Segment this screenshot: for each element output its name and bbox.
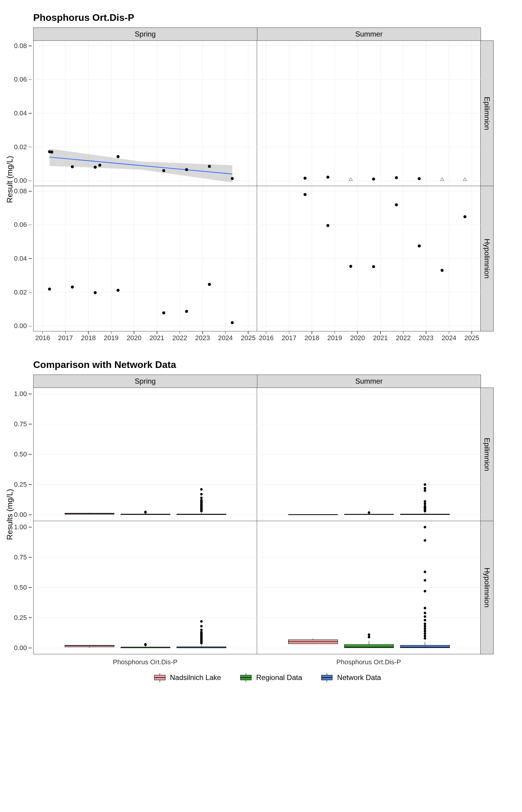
svg-point-214 [424, 612, 426, 614]
svg-point-138 [368, 511, 370, 514]
svg-point-92 [463, 216, 466, 218]
svg-point-150 [424, 500, 426, 503]
svg-point-22 [117, 155, 120, 158]
svg-point-88 [372, 265, 375, 268]
svg-point-208 [424, 630, 426, 632]
svg-point-121 [200, 499, 203, 502]
svg-point-217 [424, 579, 426, 582]
svg-point-69 [231, 321, 234, 324]
bottom-chart-title: Comparison with Network Data [33, 359, 501, 370]
svg-point-218 [424, 571, 426, 573]
svg-point-215 [424, 607, 426, 609]
svg-point-213 [424, 615, 426, 618]
panel [257, 40, 481, 186]
panel: 0.000.250.500.751.00Phosphorus Ort.Dis-P [33, 521, 257, 654]
panel [257, 388, 481, 521]
col-strip: Spring [33, 374, 257, 388]
svg-point-21 [98, 164, 101, 167]
legend-key-icon [153, 672, 166, 683]
svg-point-66 [162, 311, 165, 314]
col-strip: Summer [257, 374, 481, 388]
svg-point-65 [117, 289, 120, 292]
legend-label: Regional Data [256, 673, 302, 682]
col-strip: Spring [33, 27, 257, 40]
svg-point-200 [368, 633, 370, 636]
svg-point-64 [94, 291, 97, 294]
svg-point-67 [185, 310, 188, 313]
svg-point-107 [144, 511, 146, 513]
x-category-label: Phosphorus Ort.Dis-P [34, 654, 257, 666]
svg-point-25 [208, 165, 211, 168]
svg-point-149 [424, 503, 426, 505]
svg-point-209 [424, 627, 426, 630]
svg-point-122 [200, 496, 203, 499]
svg-point-182 [200, 631, 203, 633]
svg-point-207 [424, 632, 426, 635]
svg-point-210 [424, 625, 426, 627]
svg-point-124 [200, 488, 203, 491]
svg-point-183 [200, 629, 203, 631]
top-chart-title: Phosphorus Ort.Dis-P [33, 12, 501, 23]
col-strip: Summer [257, 27, 481, 40]
svg-point-89 [395, 203, 398, 206]
legend-key-icon [320, 672, 334, 683]
svg-point-153 [424, 483, 426, 486]
svg-point-23 [162, 169, 165, 172]
svg-point-219 [424, 539, 426, 542]
svg-point-205 [424, 637, 426, 640]
bottom-facet-grid: Results (mg/L) SpringSummer0.000.250.500… [33, 374, 494, 654]
legend-item: Regional Data [239, 672, 302, 683]
svg-point-86 [326, 224, 329, 227]
row-strip: Epilimnion [481, 388, 494, 521]
legend-item: Nadsilnich Lake [153, 672, 221, 683]
svg-point-91 [440, 269, 443, 272]
svg-point-45 [395, 176, 398, 179]
svg-point-184 [200, 625, 203, 627]
svg-point-20 [94, 166, 97, 169]
svg-point-152 [424, 487, 426, 489]
svg-point-216 [424, 590, 426, 592]
panel: 0.000.020.040.060.0820162017201820192020… [33, 186, 257, 331]
x-category-label: Phosphorus Ort.Dis-P [257, 654, 480, 666]
svg-point-63 [71, 285, 74, 288]
legend-label: Network Data [337, 673, 381, 682]
svg-point-199 [368, 636, 370, 638]
svg-point-148 [424, 505, 426, 508]
svg-point-44 [372, 178, 375, 181]
panel: 0.000.250.500.751.00 [33, 388, 257, 521]
svg-point-185 [200, 620, 203, 623]
svg-point-206 [424, 635, 426, 637]
svg-point-18 [50, 150, 53, 154]
row-strip: Epilimnion [481, 40, 494, 186]
svg-point-212 [424, 619, 426, 622]
svg-point-62 [48, 288, 51, 290]
svg-point-43 [326, 176, 329, 179]
legend-item: Network Data [320, 672, 381, 683]
svg-point-24 [185, 168, 188, 171]
legend-key-icon [239, 672, 253, 683]
svg-point-42 [304, 177, 307, 180]
panel: 2016201720182019202020212022202320242025 [257, 186, 481, 331]
top-facet-grid: Result (mg/L) SpringSummer0.000.020.040.… [33, 27, 494, 331]
svg-point-90 [418, 244, 421, 247]
svg-point-87 [349, 265, 352, 268]
svg-point-68 [208, 283, 211, 286]
svg-point-123 [200, 493, 203, 495]
svg-point-220 [424, 526, 426, 528]
panel: 0.000.020.040.060.08 [33, 40, 257, 186]
row-strip: Hypolimnion [481, 186, 494, 331]
svg-point-211 [424, 623, 426, 625]
svg-point-19 [71, 165, 74, 168]
row-strip: Hypolimnion [481, 521, 494, 654]
svg-point-46 [418, 177, 421, 180]
svg-point-85 [304, 193, 307, 196]
legend-label: Nadsilnich Lake [170, 673, 221, 682]
legend: Nadsilnich Lake Regional Data [33, 672, 501, 683]
svg-point-26 [231, 177, 234, 180]
svg-point-151 [424, 489, 426, 492]
panel: Phosphorus Ort.Dis-P [257, 521, 481, 654]
svg-point-168 [144, 643, 146, 646]
